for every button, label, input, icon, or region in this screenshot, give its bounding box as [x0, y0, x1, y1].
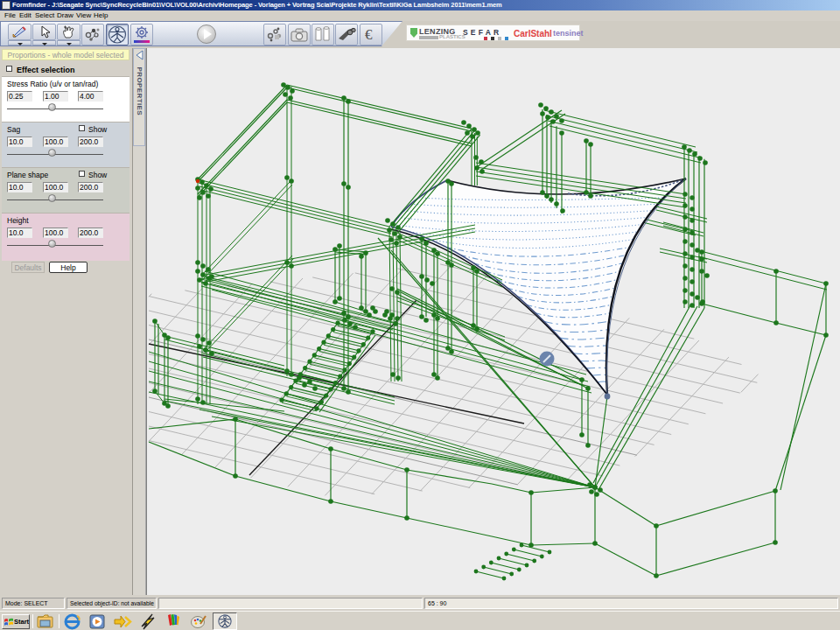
svg-text:€: € — [365, 26, 373, 43]
